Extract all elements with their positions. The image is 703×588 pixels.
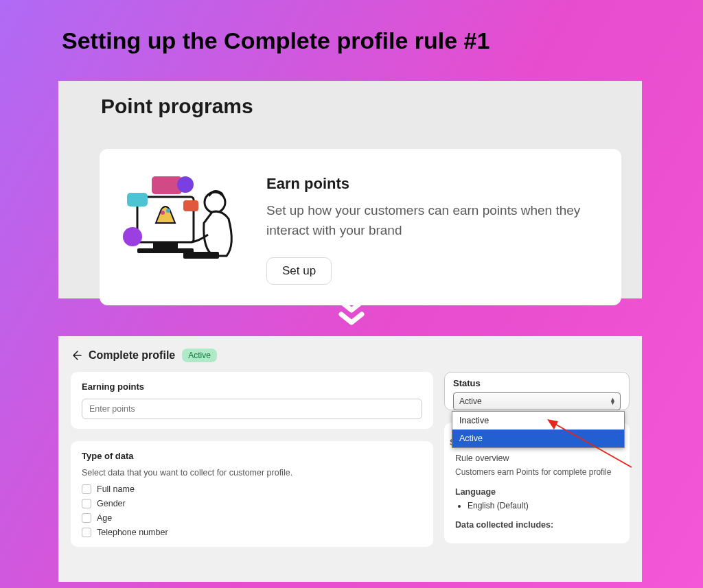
svg-rect-9 [183,200,198,211]
checkbox-label: Gender [97,499,126,508]
panel-header: Complete profile Active [71,349,630,362]
earning-points-title: Earning points [82,381,422,392]
checkbox-input[interactable] [82,513,91,523]
complete-profile-panel: Complete profile Active Earning points T… [58,336,642,582]
point-programs-heading: Point programs [58,81,642,118]
svg-rect-6 [127,193,148,207]
language-item: English (Default) [468,501,619,510]
status-option-active[interactable]: Active [452,430,624,447]
double-chevron-down-icon [338,299,365,332]
points-input[interactable] [82,399,422,419]
language-label: Language [455,487,619,497]
rule-overview-text: Customers earn Points for complete profi… [455,467,619,477]
point-programs-panel: Point programs [58,81,642,298]
page-title: Setting up the Complete profile rule #1 [62,27,489,54]
type-of-data-list: Full name Gender Age Telephone number [82,484,422,537]
svg-point-4 [166,209,170,213]
status-title: Status [453,378,621,388]
svg-point-7 [177,176,194,193]
rule-overview-label: Rule overview [455,454,619,463]
panel-header-title: Complete profile [89,349,175,362]
type-of-data-subtitle: Select data that you want to collect for… [82,468,422,478]
svg-point-8 [123,227,142,246]
status-badge: Active [182,349,217,362]
back-arrow-icon[interactable] [71,350,82,361]
earn-points-description: Set up how your customers can earn point… [266,201,601,240]
checkbox-label: Full name [97,484,135,494]
checkbox-full-name[interactable]: Full name [82,484,422,494]
language-list: English (Default) [468,501,619,510]
type-of-data-card: Type of data Select data that you want t… [71,441,433,547]
earn-points-illustration [120,169,247,279]
svg-rect-1 [153,243,178,248]
status-dropdown: Inactive Active [452,411,625,448]
data-collected-label: Data collected includes: [455,520,619,530]
status-select-value: Active [459,397,482,406]
set-up-button[interactable]: Set up [266,257,332,285]
type-of-data-title: Type of data [82,451,422,461]
checkbox-input[interactable] [82,499,91,508]
checkbox-input[interactable] [82,484,91,494]
checkbox-input[interactable] [82,528,91,537]
earning-points-card: Earning points [71,372,433,429]
svg-rect-11 [183,252,219,259]
status-select[interactable]: Active ▲▼ [453,392,621,410]
earn-points-card: Earn points Set up how your customers ca… [100,149,621,305]
checkbox-gender[interactable]: Gender [82,499,422,508]
status-option-inactive[interactable]: Inactive [452,412,624,430]
svg-point-3 [161,211,165,215]
status-card: Status Active ▲▼ Inactive Active [444,372,630,410]
checkbox-label: Age [97,513,112,523]
earn-points-title: Earn points [266,175,601,193]
checkbox-age[interactable]: Age [82,513,422,523]
checkbox-telephone[interactable]: Telephone number [82,528,422,537]
select-updown-icon: ▲▼ [610,398,616,405]
checkbox-label: Telephone number [97,528,168,537]
